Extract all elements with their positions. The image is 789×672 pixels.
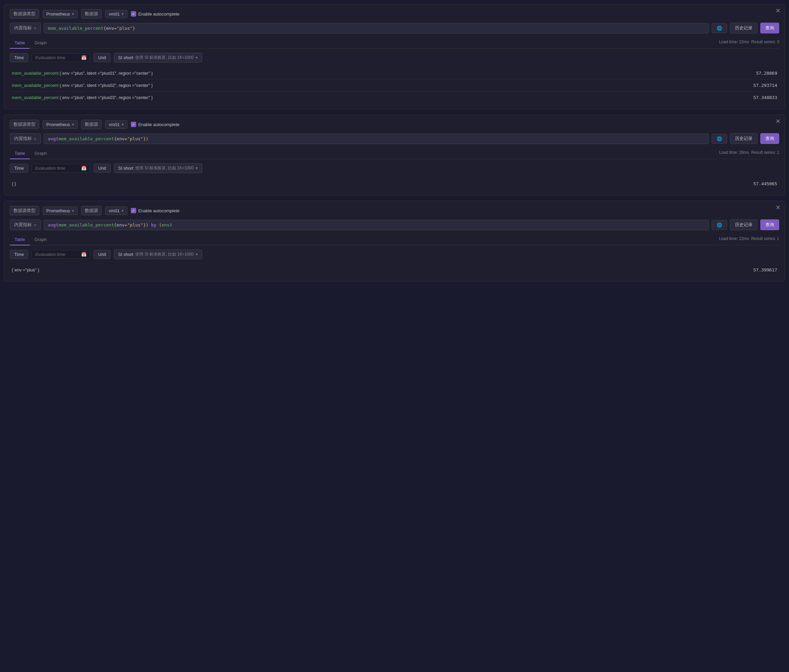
inner-metric-button[interactable]: 内置指标> [10,133,41,144]
panel-2: ✕数据源类型Prometheus▾数据源vm01▾✓Enable autocom… [4,115,785,195]
autocomplete-checkbox[interactable]: ✓ [131,122,136,127]
query-row: 内置指标>avg(mem_available_percent{env="plus… [10,133,779,144]
tab-table[interactable]: Table [10,148,30,159]
query-input[interactable]: mem_available_percent{env="plus"} [44,23,709,34]
table-row: { }57.445065 [10,178,779,190]
metric-labels: { env ="plus", ident ="plus03", region =… [60,95,153,100]
calendar-icon: 📅 [81,252,86,257]
autocomplete-label[interactable]: ✓Enable autocomplete [131,11,179,17]
si-dropdown[interactable]: SI short使用 SI 标准换算, 比如 1K=1000▾ [114,163,202,173]
result-value: 57.293714 [754,83,777,88]
globe-button[interactable]: 🌐 [712,23,727,33]
source-dropdown[interactable]: vm01▾ [105,10,128,18]
tab-table[interactable]: Table [10,234,30,246]
eval-time-input-wrap: 📅 [32,164,90,172]
inner-metric-label: 内置指标 [14,136,32,142]
source-value: vm01 [109,208,120,213]
source-type-label: 数据源类型 [10,206,39,215]
inner-metric-button[interactable]: 内置指标> [10,22,41,34]
metric-labels: { env ="plus" } [12,267,39,273]
si-dropdown[interactable]: SI short使用 SI 标准换算, 比如 1K=1000▾ [114,53,202,62]
result-series: Result series: 1 [751,236,779,241]
query-input[interactable]: avg(mem_available_percent{env="plus"}) [44,134,709,144]
metric-cell: mem_available_percent { env ="plus", ide… [12,95,153,100]
si-label: SI short [118,166,134,171]
query-row: 内置指标>avg(mem_available_percent{env="plus… [10,219,779,230]
tabs-row: TableGraphLoad time: 22ms Result series:… [10,38,779,49]
si-hint: 使用 SI 标准换算, 比如 1K=1000 [135,252,193,257]
panel-1: ✕数据源类型Prometheus▾数据源vm01▾✓Enable autocom… [4,4,785,109]
source-type-value: Prometheus [46,11,70,17]
autocomplete-checkbox[interactable]: ✓ [131,11,136,17]
si-dropdown[interactable]: SI short使用 SI 标准换算, 比如 1K=1000▾ [114,249,202,259]
autocomplete-text: Enable autocomplete [138,122,179,127]
inner-metric-button[interactable]: 内置指标> [10,219,41,230]
time-button[interactable]: Time [10,250,28,259]
close-button[interactable]: ✕ [775,8,781,14]
autocomplete-label[interactable]: ✓Enable autocomplete [131,122,179,127]
autocomplete-label[interactable]: ✓Enable autocomplete [131,208,179,213]
load-time: Load time: 22ms [719,40,749,44]
history-button[interactable]: 历史记录 [730,219,757,230]
result-value: 57.399617 [754,267,777,273]
tab-graph[interactable]: Graph [30,234,51,246]
unit-button[interactable]: Unit [94,250,110,259]
tabs-row: TableGraphLoad time: 22ms Result series:… [10,234,779,246]
source-dropdown[interactable]: vm01▾ [105,206,128,215]
source-type-dropdown[interactable]: Prometheus▾ [43,120,78,129]
history-button[interactable]: 历史记录 [730,133,757,144]
tab-table[interactable]: Table [10,38,30,49]
autocomplete-checkbox[interactable]: ✓ [131,208,136,213]
source-type-dropdown[interactable]: Prometheus▾ [43,206,78,215]
eval-time-input[interactable] [35,55,79,60]
si-label: SI short [118,55,134,60]
close-button[interactable]: ✕ [775,118,781,125]
result-info: Load time: 22ms Result series: 3 [719,40,779,46]
source-dropdown[interactable]: vm01▾ [105,120,128,129]
unit-button[interactable]: Unit [94,164,110,173]
query-execute-button[interactable]: 查询 [760,133,779,144]
result-value: 57.348833 [754,95,777,100]
source-label: 数据源 [81,9,102,19]
close-button[interactable]: ✕ [775,204,781,211]
load-time: Load time: 28ms [719,150,749,155]
result-value: 57.28869 [756,71,777,76]
tab-graph[interactable]: Graph [30,148,51,159]
globe-button[interactable]: 🌐 [712,220,727,230]
globe-button[interactable]: 🌐 [712,134,727,144]
results-table: { env ="plus" }57.399617 [10,264,779,276]
tab-graph[interactable]: Graph [30,38,51,49]
results-table: mem_available_percent { env ="plus", ide… [10,67,779,104]
table-row: mem_available_percent { env ="plus", ide… [10,67,779,80]
metric-cell: mem_available_percent { env ="plus", ide… [12,83,153,88]
calendar-icon: 📅 [81,166,86,171]
source-type-label: 数据源类型 [10,120,39,129]
time-button[interactable]: Time [10,53,28,62]
eval-time-input[interactable] [35,166,79,171]
chevron-down-icon: ▾ [122,209,124,213]
panel-3: ✕数据源类型Prometheus▾数据源vm01▾✓Enable autocom… [4,201,785,282]
source-type-dropdown[interactable]: Prometheus▾ [43,10,78,18]
query-execute-button[interactable]: 查询 [760,22,779,34]
history-button[interactable]: 历史记录 [730,22,757,34]
autocomplete-text: Enable autocomplete [138,11,179,17]
query-input[interactable]: avg(mem_available_percent{env="plus"}) b… [44,220,709,230]
chevron-down-icon: ▾ [196,252,198,257]
result-series: Result series: 1 [751,150,779,155]
metric-cell: mem_available_percent { env ="plus", ide… [12,71,153,76]
unit-button[interactable]: Unit [94,53,110,62]
eval-time-input[interactable] [35,252,79,257]
inner-metric-label: 内置指标 [14,25,32,31]
metric-name: mem_available_percent [12,95,59,100]
tabs-row: TableGraphLoad time: 28ms Result series:… [10,148,779,159]
result-value: 57.445065 [754,181,777,186]
metric-labels: { env ="plus", ident ="plus01", region =… [60,71,153,76]
metric-labels: { env ="plus", ident ="plus02", region =… [60,83,153,88]
query-execute-button[interactable]: 查询 [760,219,779,230]
source-value: vm01 [109,122,120,127]
inner-metric-label: 内置指标 [14,222,32,228]
table-row: { env ="plus" }57.399617 [10,264,779,276]
si-hint: 使用 SI 标准换算, 比如 1K=1000 [135,55,193,61]
time-button[interactable]: Time [10,164,28,173]
calendar-icon: 📅 [81,55,86,60]
